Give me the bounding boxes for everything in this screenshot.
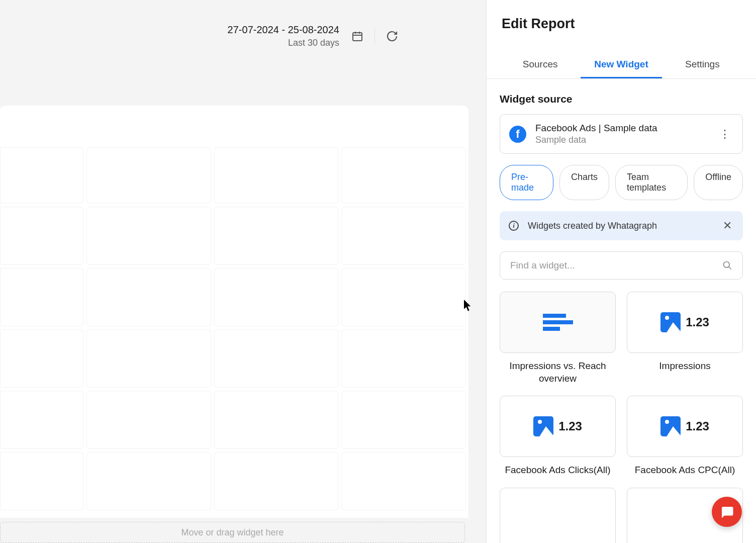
source-subtitle: Sample data (535, 135, 716, 145)
widget-label: Impressions vs. Reach overview (500, 360, 616, 385)
info-icon: i (509, 221, 519, 231)
refresh-icon[interactable] (385, 29, 399, 43)
pill-charts[interactable]: Charts (559, 165, 609, 200)
date-range-text: 27-07-2024 - 25-08-2024 (228, 24, 339, 36)
pill-offline[interactable]: Offline (694, 165, 743, 200)
svg-point-4 (724, 262, 730, 268)
source-title: Facebook Ads | Sample data (535, 123, 716, 134)
pill-premade[interactable]: Pre-made (500, 165, 553, 200)
widget-item-cpc[interactable]: 1.23 Facebook Ads CPC(All) (627, 396, 743, 477)
widget-source-label: Widget source (500, 93, 743, 105)
bars-icon (543, 314, 573, 331)
chat-fab[interactable] (712, 497, 742, 527)
info-banner-text: Widgets created by Whatagraph (528, 221, 721, 231)
chat-icon (719, 504, 734, 519)
widget-item-next1[interactable] (500, 488, 616, 543)
tab-sources[interactable]: Sources (500, 52, 581, 78)
date-range-picker: 27-07-2024 - 25-08-2024 Last 30 days (228, 24, 399, 48)
drop-zone[interactable]: Move or drag widget here (0, 522, 465, 543)
close-icon[interactable]: ✕ (721, 219, 734, 232)
panel-tabs: Sources New Widget Settings (487, 52, 756, 79)
widget-grid-canvas[interactable] (0, 146, 467, 512)
widget-item-clicks[interactable]: 1.23 Facebook Ads Clicks(All) (500, 396, 616, 477)
widget-category-pills: Pre-made Charts Team templates Offline (500, 165, 743, 200)
tab-new-widget[interactable]: New Widget (581, 52, 662, 78)
edit-report-panel: Edit Report Sources New Widget Settings … (486, 0, 756, 543)
pill-team-templates[interactable]: Team templates (615, 165, 688, 200)
search-input[interactable] (510, 260, 722, 271)
source-card[interactable]: f Facebook Ads | Sample data Sample data… (500, 114, 743, 154)
tab-settings[interactable]: Settings (662, 52, 743, 78)
widget-sample-number: 1.23 (686, 419, 709, 433)
widget-sample-number: 1.23 (558, 419, 582, 433)
facebook-icon: f (509, 126, 526, 143)
widget-label: Impressions (627, 360, 743, 373)
svg-line-5 (729, 267, 731, 269)
image-icon (660, 416, 681, 436)
widget-search[interactable] (500, 251, 743, 280)
widget-label: Facebook Ads CPC(All) (627, 464, 743, 477)
drop-zone-hint: Move or drag widget here (181, 527, 284, 538)
widget-sample-number: 1.23 (686, 315, 709, 329)
widget-list: Impressions vs. Reach overview 1.23 Impr… (500, 292, 743, 543)
more-dots-icon[interactable]: ⋮ (716, 128, 733, 141)
image-icon (533, 416, 553, 436)
widget-item-impressions[interactable]: 1.23 Impressions (627, 292, 743, 385)
calendar-icon[interactable] (350, 29, 364, 43)
divider (374, 28, 375, 44)
info-banner: i Widgets created by Whatagraph ✕ (500, 211, 743, 240)
image-icon (660, 312, 681, 332)
search-icon (722, 260, 732, 270)
date-preset-label: Last 30 days (228, 38, 339, 48)
widget-item-impressions-reach[interactable]: Impressions vs. Reach overview (500, 292, 616, 385)
panel-title: Edit Report (502, 16, 743, 32)
report-canvas: 27-07-2024 - 25-08-2024 Last 30 days Mov… (0, 0, 486, 543)
widget-label: Facebook Ads Clicks(All) (500, 464, 616, 477)
svg-rect-0 (353, 33, 362, 41)
